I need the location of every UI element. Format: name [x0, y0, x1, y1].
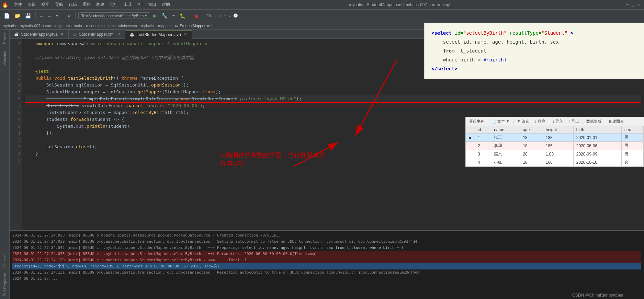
minimize-button[interactable]: ─ [626, 2, 629, 7]
breadcrumb-sep-4: › [83, 24, 85, 28]
breadcrumb-rainbowsea[interactable]: rainbowsea [118, 24, 137, 28]
xml-line-2: select id, name, age, height, birth, sex [431, 37, 637, 46]
project-tab[interactable]: Project [2, 30, 8, 47]
db-chart-button[interactable]: 创建图表 [607, 118, 626, 125]
console-line-7: 2024-06-01 21:27:24.131 [main] DEBUG org… [12, 269, 641, 276]
menu-help[interactable]: 帮助 [159, 0, 173, 9]
breadcrumb-mybatis[interactable]: mybatis [3, 24, 16, 28]
tab-test-student-mapper-java[interactable]: ☕ TestStudentMapper.java ✕ [125, 30, 192, 39]
console-line-8: 2024-06-01 21:27:.... [12, 276, 641, 282]
table-row[interactable]: ▶ 1 张三 18 188 2020-01-01 男 [466, 134, 644, 142]
db-sort-button[interactable]: ↕ 排序 [533, 118, 547, 125]
db-text-button[interactable]: 📄 文本 ▼ [489, 118, 512, 125]
tab-student-mapper-xml[interactable]: 🗂 StudentMapper.xml ✕ [69, 30, 125, 38]
git-clock-icon[interactable]: 🕐 [233, 13, 238, 18]
tab-label-2: StudentMapper.xml [79, 32, 114, 37]
db-generate-button[interactable]: 数据生成 [584, 118, 603, 125]
tab-close-2[interactable]: ✕ [116, 32, 121, 37]
row-arrow-4 [466, 158, 475, 166]
cell-name-3: 赵六 [491, 150, 520, 158]
tab-label-1: StudentMapper.java [21, 32, 58, 37]
git-check2-icon[interactable]: ✓ [219, 13, 222, 18]
recent-button[interactable]: ▾ [54, 12, 60, 20]
cell-sex-2: 男 [622, 142, 644, 150]
menu-window[interactable]: 窗口 [145, 0, 159, 9]
stop-button[interactable]: ■ [193, 12, 199, 20]
menu-navigate[interactable]: 导航 [52, 0, 66, 9]
tab-close-1[interactable]: ✕ [60, 32, 64, 37]
db-col-height[interactable]: height [543, 126, 573, 134]
table-row[interactable]: 2 李华 18 185 2020-06-06 男 [466, 142, 644, 150]
run-button[interactable]: ▶ [151, 11, 158, 20]
new-file-button[interactable]: 📄 [2, 12, 11, 20]
db-col-age[interactable]: age [520, 126, 543, 134]
xml-icon-1: 🗂 [73, 32, 77, 36]
build-button[interactable]: 🔧 [160, 12, 169, 20]
close-button[interactable]: ✕ [637, 2, 640, 7]
tab-student-mapper-java[interactable]: ☕ StudentMapper.java ✕ [10, 30, 69, 38]
git-check-icon[interactable]: ✓ [214, 13, 217, 18]
cell-name-2: 李华 [491, 142, 520, 150]
coverage-button[interactable]: ☂ [170, 12, 177, 20]
menu-bar: 🔥 文件 编辑 视图 导航 代码 重构 构建 运行 工具 Git 窗口 帮助 m… [0, 0, 644, 10]
db-col-sex[interactable]: sex [622, 126, 644, 134]
db-col-id[interactable]: id [475, 126, 491, 134]
window-title: mybatis - StudentMapper.xml [mybatis-007… [173, 2, 626, 7]
table-row[interactable]: 3 赵六 20 1.83 2020-09-09 男 [466, 150, 644, 158]
open-button[interactable]: 📁 [13, 12, 22, 20]
breadcrumb-mybatis2[interactable]: mybatis [141, 24, 154, 28]
tab-close-3[interactable]: ✕ [183, 32, 188, 37]
breadcrumb-resources[interactable]: resources [86, 24, 102, 28]
menu-file[interactable]: 文件 [11, 0, 25, 9]
annotation-text: 为指明传的参数的类型，自行推断成功，查询成功 [220, 151, 331, 168]
app-logo: 🔥 [1, 1, 9, 9]
db-import-button[interactable]: ↓ 导入 [551, 118, 565, 125]
menu-run[interactable]: 运行 [107, 0, 121, 9]
db-filter-button[interactable]: ▼ 筛选 [515, 118, 531, 125]
forward-button[interactable]: → [46, 12, 52, 20]
undo-button[interactable]: ↩ [66, 12, 72, 20]
menu-tools[interactable]: 工具 [121, 0, 135, 9]
db-col-name[interactable]: name [491, 126, 520, 134]
breadcrumb-sep-2: › [62, 24, 64, 28]
table-row[interactable]: 4 小红 18 166 2020-10-10 女 [466, 158, 644, 166]
structure-tab[interactable]: Structure [2, 47, 8, 68]
cell-name-1: 张三 [491, 134, 520, 142]
menu-edit[interactable]: 编辑 [25, 0, 38, 9]
save-button[interactable]: 💾 [23, 12, 33, 20]
breadcrumb-mapper[interactable]: mapper [158, 24, 171, 28]
cell-birth-1: 2020-01-01 [573, 134, 621, 142]
xml-line-4: where birth = #{birth} [431, 55, 637, 64]
toolbar-sep-4 [190, 12, 190, 19]
git-push-icon[interactable]: ↑ [224, 13, 227, 18]
breadcrumb-main[interactable]: main [74, 24, 82, 28]
menu-code[interactable]: 代码 [66, 0, 80, 9]
git-pull-icon[interactable]: ↓ [228, 13, 231, 18]
db-start-transaction-button[interactable]: 开始事务 [467, 118, 486, 125]
db-export-button[interactable]: ↑ 导出 [566, 118, 581, 125]
menu-refactor[interactable]: 重构 [80, 0, 93, 9]
back-button[interactable]: ← [38, 12, 45, 20]
breadcrumb-sep-3: › [71, 24, 72, 28]
run-config-dropdown[interactable]: TestStudentMapper.testSelectByBrith ▾ [78, 12, 150, 19]
breadcrumb-com[interactable]: com [106, 24, 114, 28]
breadcrumb-sep-8: › [156, 24, 157, 28]
debug-button[interactable]: 🐛 [178, 12, 187, 20]
breadcrumb-src[interactable]: src [65, 24, 70, 28]
menu-git[interactable]: Git [135, 0, 145, 9]
breadcrumb-module[interactable]: mybatis-007-param-blog [20, 24, 61, 28]
cell-sex-1: 男 [622, 134, 644, 142]
commit-tab[interactable]: Commit [2, 252, 8, 270]
xml-popup: <select id="selectByBirth" resultType="S… [424, 23, 644, 79]
line-numbers: 7 0 1 2 3 4 5 6 7 8 9 0 1 2 3 4 [10, 39, 22, 230]
console-line-3: 2024-06-01 21:27:24.042 [main] DEBUG c.r… [12, 245, 641, 251]
menu-build[interactable]: 构建 [93, 0, 107, 9]
toolbar-sep-1 [35, 12, 36, 19]
db-col-birth[interactable]: birth [573, 126, 621, 134]
menu-view[interactable]: 视图 [38, 0, 52, 9]
maximize-button[interactable]: □ [632, 2, 634, 7]
breadcrumb-file[interactable]: 🗂 StudentMapper.xml [175, 24, 212, 28]
row-arrow-3 [466, 150, 475, 158]
cell-id-3: 3 [475, 150, 491, 158]
pull-requests-tab[interactable]: Pull Requests [2, 270, 8, 299]
